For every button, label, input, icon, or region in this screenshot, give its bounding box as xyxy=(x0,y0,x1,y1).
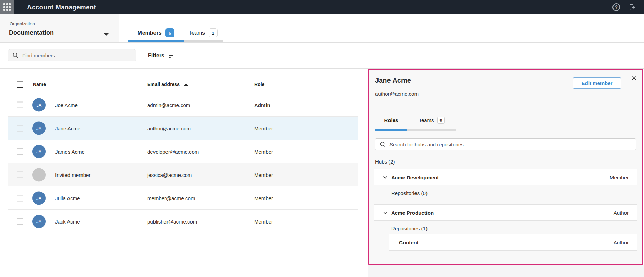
find-members-input[interactable] xyxy=(22,52,125,58)
avatar: JA xyxy=(32,121,46,135)
tab-teams-label: Teams xyxy=(189,30,205,36)
top-app-bar: Account Management ? xyxy=(0,0,644,14)
close-panel-button[interactable] xyxy=(631,74,637,81)
member-role: Member xyxy=(254,148,273,154)
panel-tab-teams[interactable]: Teams 0 xyxy=(407,113,456,131)
hubs-search-input[interactable] xyxy=(389,142,622,147)
repository-role: Author xyxy=(614,240,629,245)
chevron-down-icon[interactable] xyxy=(383,211,387,214)
apps-grid-button[interactable] xyxy=(0,0,14,14)
tab-active-underline xyxy=(128,40,184,42)
hub-role: Author xyxy=(614,210,629,216)
hub-row-acme-production[interactable]: Acme Production Author xyxy=(374,204,637,221)
chevron-down-icon[interactable] xyxy=(383,176,387,179)
filters-button[interactable]: Filters xyxy=(148,43,176,68)
tab-members[interactable]: Members 6 xyxy=(128,14,184,42)
member-role: Member xyxy=(254,125,273,131)
members-toolbar: Filters xyxy=(0,43,644,68)
panel-member-name: Jane Acme xyxy=(375,76,411,84)
member-email: publisher@acme.com xyxy=(147,218,197,224)
member-email: admin@acme.com xyxy=(147,102,190,108)
member-name: Invited member xyxy=(55,172,90,178)
tab-inactive-underline xyxy=(184,40,223,42)
tab-members-label: Members xyxy=(137,30,161,36)
repository-row-content[interactable]: Content Author xyxy=(389,234,637,251)
avatar: JA xyxy=(32,191,46,205)
column-header-email[interactable]: Email address xyxy=(147,82,188,87)
hub-name: Acme Production xyxy=(391,210,434,216)
hubs-heading: Hubs (2) xyxy=(375,159,395,165)
member-name: Joe Acme xyxy=(55,102,78,108)
drawer-background xyxy=(368,265,644,277)
column-header-role: Role xyxy=(254,82,264,87)
table-row[interactable]: JA Jack Acme publisher@acme.com Member xyxy=(8,210,358,233)
hubs-searchbox[interactable] xyxy=(375,138,636,150)
table-row[interactable]: JA Joe Acme admin@acme.com Admin xyxy=(8,93,358,117)
select-row-checkbox[interactable] xyxy=(17,101,23,108)
members-count-badge: 6 xyxy=(165,28,174,37)
select-row-checkbox[interactable] xyxy=(17,148,23,155)
organization-name: Documentation xyxy=(9,29,54,36)
organization-selector[interactable]: Organization Documentation xyxy=(0,14,119,42)
member-name: Jack Acme xyxy=(55,218,80,224)
page-header: Organization Documentation Members 6 Tea… xyxy=(0,14,644,43)
select-row-checkbox[interactable] xyxy=(17,218,23,225)
filters-label: Filters xyxy=(148,52,164,59)
filter-icon xyxy=(169,53,176,58)
search-icon xyxy=(12,52,19,59)
member-role: Admin xyxy=(254,102,270,108)
help-icon[interactable]: ? xyxy=(612,3,620,11)
table-row[interactable]: JA Jane Acme author@acme.com Member xyxy=(8,117,358,140)
member-name: Jane Acme xyxy=(55,125,80,131)
app-title: Account Management xyxy=(27,3,96,11)
panel-tabs: Roles Teams 0 xyxy=(375,113,456,131)
column-header-name: Name xyxy=(33,82,46,87)
organization-label: Organization xyxy=(10,21,35,26)
table-row[interactable]: JA Julia Acme member@acme.com Member xyxy=(8,186,358,210)
member-email: jessica@acme.com xyxy=(147,172,192,178)
panel-tab-inactive-underline xyxy=(407,129,456,131)
avatar xyxy=(32,168,46,181)
apps-grid-icon xyxy=(3,3,11,11)
column-header-email-label: Email address xyxy=(147,82,180,87)
sort-ascending-icon xyxy=(184,83,188,86)
member-email: member@acme.com xyxy=(147,195,195,201)
panel-member-email: author@acme.com xyxy=(375,91,419,97)
hub-name: Acme Development xyxy=(391,174,439,180)
table-header-row: Name Email address Role xyxy=(8,69,358,93)
member-role: Member xyxy=(254,172,273,178)
panel-tab-roles-label: Roles xyxy=(384,117,398,123)
search-icon xyxy=(380,141,386,148)
repository-name: Content xyxy=(399,240,419,245)
member-role: Member xyxy=(254,218,273,224)
member-name: Julia Acme xyxy=(55,195,80,201)
repositories-count-label: Repositories (1) xyxy=(391,226,428,231)
logout-icon[interactable] xyxy=(628,3,636,11)
find-members-searchbox[interactable] xyxy=(8,49,136,61)
avatar: JA xyxy=(32,215,46,228)
panel-tab-active-underline xyxy=(375,129,407,131)
member-detail-panel: Jane Acme author@acme.com Edit member Ro… xyxy=(368,69,643,265)
select-row-checkbox[interactable] xyxy=(17,171,23,178)
close-icon xyxy=(631,74,637,81)
hub-row-acme-development[interactable]: Acme Development Member xyxy=(374,169,637,185)
repositories-count-label: Repositories (0) xyxy=(391,190,428,196)
main-tabs: Members 6 Teams 1 xyxy=(128,14,223,42)
hub-role: Member xyxy=(610,174,629,180)
panel-tab-roles[interactable]: Roles xyxy=(375,113,407,131)
member-role: Member xyxy=(254,195,273,201)
edit-member-button[interactable]: Edit member xyxy=(573,77,621,89)
panel-header-divider xyxy=(369,104,642,104)
member-email: author@acme.com xyxy=(147,125,191,131)
avatar: JA xyxy=(32,145,46,158)
select-all-checkbox[interactable] xyxy=(17,82,23,88)
tab-teams[interactable]: Teams 1 xyxy=(184,14,223,42)
select-row-checkbox[interactable] xyxy=(17,125,23,131)
members-table: Name Email address Role JA Joe Acme admi… xyxy=(8,69,358,233)
caret-down-icon xyxy=(103,33,109,36)
avatar: JA xyxy=(32,98,46,111)
teams-count-badge: 1 xyxy=(209,28,218,37)
select-row-checkbox[interactable] xyxy=(17,195,23,201)
table-row[interactable]: JA James Acme developer@acme.com Member xyxy=(8,140,358,163)
table-row[interactable]: Invited member jessica@acme.com Member xyxy=(8,163,358,186)
